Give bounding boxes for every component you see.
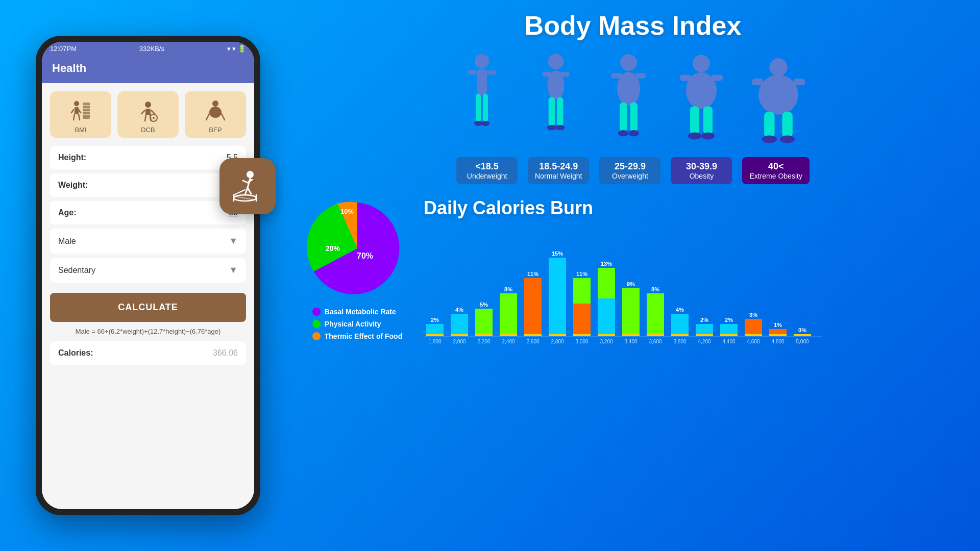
svg-rect-103 [573,278,591,304]
svg-text:8%: 8% [651,286,659,292]
bmi-label-normal: Normal Weight [535,172,582,180]
bmi-figure-obesity: 30-39.9 Obesity [671,51,732,184]
bmi-figure-underweight: <18.5 Underweight [456,51,518,184]
bmi-badge-underweight: <18.5 Underweight [456,157,518,184]
svg-rect-115 [647,334,664,336]
svg-rect-63 [703,107,713,135]
bmi-range-overweight: 25-29.9 [606,161,653,172]
left-panel: 12:07PM 332KB/s ▾ ▾ 🔋 Health [0,0,296,551]
app-title: Health [52,62,86,74]
svg-text:0%: 0% [798,327,806,333]
svg-point-65 [701,133,715,140]
svg-text:9%: 9% [627,281,635,287]
bar-chart-container: 2% 1,800 4% 2,000 5% 2,200 8% [424,227,960,346]
bmi-range-normal: 18.5-24.9 [535,161,582,172]
svg-rect-111 [622,334,640,336]
svg-text:3,800: 3,800 [673,339,686,344]
svg-text:11%: 11% [576,271,587,277]
svg-text:2,000: 2,000 [453,339,465,344]
gender-arrow-icon: ▼ [229,236,238,246]
svg-rect-106 [598,334,615,336]
legend-pa: Physical Activity [312,320,402,328]
svg-rect-77 [426,334,444,336]
bmi-badge-overweight: 25-29.9 Overweight [599,157,660,184]
svg-rect-139 [794,334,811,336]
svg-point-64 [688,133,701,140]
dcb-label: DCB [141,126,155,134]
bmi-body-extreme [745,51,806,153]
svg-point-48 [547,125,557,130]
svg-rect-86 [475,309,493,334]
svg-point-11 [145,102,151,108]
svg-point-49 [555,125,565,130]
svg-rect-123 [696,334,713,336]
svg-rect-46 [549,97,555,126]
svg-text:15%: 15% [552,251,563,257]
svg-text:10%: 10% [340,208,354,215]
svg-point-18 [153,117,155,119]
bar-chart-section: Daily Calories Burn 2% 1,800 4% 2 [424,197,960,346]
svg-line-4 [74,114,75,120]
svg-rect-90 [500,293,517,334]
height-label: Height: [58,153,86,162]
app-icon-popup[interactable] [219,158,276,214]
menu-items-row: BMI [50,91,246,138]
bmi-figure-overweight: 25-29.9 Overweight [599,51,660,184]
svg-text:2%: 2% [431,317,439,323]
svg-rect-120 [671,314,689,334]
bmi-figures: <18.5 Underweight [306,51,960,184]
svg-rect-124 [696,324,713,334]
menu-item-bfp[interactable]: BFP [185,91,246,138]
menu-item-bmi[interactable]: BMI [50,91,111,138]
bmi-section: Body Mass Index [306,10,960,192]
activity-dropdown[interactable]: Sedentary ▼ [50,258,246,283]
bmi-body-obesity [671,51,732,153]
svg-text:1,800: 1,800 [428,339,441,344]
svg-text:20%: 20% [326,244,340,253]
svg-rect-97 [549,334,566,336]
svg-rect-44 [543,72,552,77]
svg-line-5 [79,114,80,120]
bmi-label: BMI [75,126,86,134]
svg-rect-61 [712,75,723,81]
formula-text: Male = 66+(6.2*weight)+(12.7*height)−(6.… [50,327,246,336]
pie-legend: Basal Metabolic Rate Physical Activity T… [312,308,402,340]
bmi-badge-obesity: 30-39.9 Obesity [671,157,732,184]
svg-text:4,800: 4,800 [771,339,784,344]
svg-text:4%: 4% [676,307,684,313]
bmi-range-underweight: <18.5 [463,161,510,172]
calculate-button[interactable]: CALCULATE [50,293,246,322]
svg-rect-47 [557,97,563,126]
svg-point-67 [758,75,798,115]
gender-dropdown[interactable]: Male ▼ [50,229,246,254]
svg-rect-37 [487,70,496,74]
bmi-body-overweight [599,51,660,153]
age-field: Age: 30 [50,201,246,224]
menu-item-dcb[interactable]: DCB [117,91,179,138]
svg-point-20 [209,107,222,118]
bmi-badge-normal: 18.5-24.9 Normal Weight [528,157,589,184]
app-header: Health [42,56,254,83]
tef-label: Thermic Effect of Food [325,332,402,340]
svg-text:3,200: 3,200 [600,339,612,344]
svg-rect-70 [764,112,774,138]
calories-value: 366.06 [213,348,238,358]
bmi-badge-extreme: 40< Extreme Obesity [742,157,809,184]
bmi-body-normal [528,51,589,153]
svg-text:3,600: 3,600 [649,339,662,344]
svg-rect-81 [451,334,468,336]
svg-rect-54 [620,103,627,132]
svg-line-30 [235,196,255,200]
svg-rect-135 [769,334,787,336]
svg-rect-52 [611,73,622,78]
svg-rect-53 [635,73,646,78]
svg-rect-6 [83,103,90,119]
svg-line-27 [245,188,248,195]
svg-rect-55 [630,103,638,132]
svg-point-23 [247,171,254,178]
svg-text:3,000: 3,000 [575,339,588,344]
svg-point-40 [474,121,482,126]
svg-text:70%: 70% [357,252,373,260]
svg-text:2,200: 2,200 [477,339,490,344]
pa-label: Physical Activity [325,320,381,328]
